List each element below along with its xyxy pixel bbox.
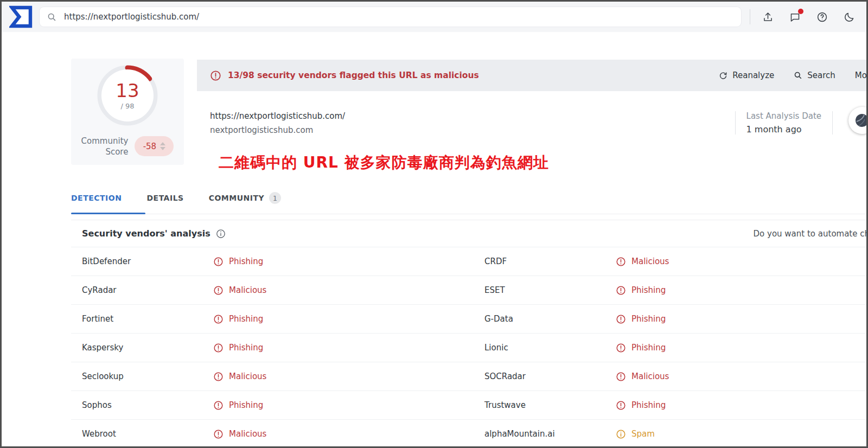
alert-icon <box>616 285 626 296</box>
vendor-row: ESETPhishing <box>469 276 866 304</box>
divider <box>735 111 736 135</box>
vendor-name: ESET <box>484 285 616 295</box>
vendor-row: SeclookupMalicious <box>71 362 469 391</box>
search-icon <box>47 12 56 22</box>
last-analysis-value: 1 month ago <box>746 124 821 135</box>
vendor-name: Sophos <box>82 400 213 410</box>
vendor-result-label: Malicious <box>229 429 266 439</box>
vendor-name: Seclookup <box>82 372 213 381</box>
globe-badge-icon[interactable] <box>848 107 868 134</box>
vendor-row: KasperskyPhishing <box>71 333 469 362</box>
info-icon <box>616 429 626 439</box>
help-icon[interactable] <box>815 10 828 23</box>
analyzed-url[interactable]: https://nextportlogisticshub.com/ <box>210 111 345 121</box>
more-button[interactable]: More <box>855 71 868 80</box>
tab-detection[interactable]: DETECTION <box>71 184 122 214</box>
detections-count: 13 <box>116 81 139 100</box>
tab-label: DETECTION <box>71 194 122 202</box>
vendor-name: Lionic <box>484 343 616 353</box>
alert-icon <box>210 70 221 81</box>
report-tabs: DETECTIONDETAILSCOMMUNITY1 <box>71 184 866 214</box>
alert-icon <box>213 429 224 439</box>
alert-icon <box>213 343 224 353</box>
vendor-result-label: Phishing <box>631 314 666 324</box>
alert-icon <box>213 285 224 296</box>
report-page: 13 / 98 Community Score -58 <box>2 32 866 448</box>
refresh-icon <box>719 71 727 80</box>
vendor-result: Phishing <box>616 400 666 411</box>
detections-total: / 98 <box>120 102 134 110</box>
url-info: https://nextportlogisticshub.com/ nextpo… <box>210 111 345 135</box>
tab-label: DETAILS <box>146 194 183 202</box>
vendor-name: Trustwave <box>484 400 616 410</box>
vendor-result-label: Malicious <box>229 372 266 381</box>
notification-dot <box>798 9 803 14</box>
vendor-result-label: Phishing <box>229 400 263 410</box>
last-analysis-label: Last Analysis Date <box>746 111 821 121</box>
vendor-result-label: Malicious <box>631 372 669 381</box>
analyzed-domain[interactable]: nextportlogisticshub.com <box>210 125 345 135</box>
feedback-icon[interactable] <box>788 10 801 23</box>
tab-details[interactable]: DETAILS <box>146 184 183 214</box>
banner-message: 13/98 security vendors flagged this URL … <box>228 71 479 80</box>
topbar-divider <box>750 9 750 24</box>
last-analysis-date: Last Analysis Date 1 month ago <box>735 111 833 135</box>
vendor-row: CyRadarMalicious <box>71 276 469 304</box>
section-title: Security vendors' analysis <box>82 228 210 239</box>
alert-icon <box>616 343 626 353</box>
vendor-result-label: Malicious <box>631 257 669 266</box>
divider <box>832 111 833 135</box>
community-score-value: -58 <box>143 142 157 151</box>
url-search-bar[interactable] <box>40 7 741 27</box>
vendor-result: Malicious <box>616 257 669 267</box>
vendor-name: CRDF <box>484 257 616 266</box>
vendor-name: SOCRadar <box>484 372 616 381</box>
alert-icon <box>213 257 224 267</box>
alert-icon <box>616 314 626 324</box>
vendor-result: Phishing <box>616 314 666 324</box>
vendor-name: Kaspersky <box>82 343 213 353</box>
upload-icon[interactable] <box>761 10 774 23</box>
vendor-row: FortinetPhishing <box>71 304 469 333</box>
vendor-result: Malicious <box>616 372 669 382</box>
tab-label: COMMUNITY <box>209 194 265 202</box>
downvote-icon[interactable] <box>160 147 165 150</box>
search-button[interactable]: Search <box>794 71 835 80</box>
vendors-table: BitDefenderPhishingCRDFMaliciousCyRadarM… <box>71 247 866 448</box>
security-vendors-section: Security vendors' analysis Do you want t… <box>71 220 866 448</box>
vendor-result-label: Phishing <box>229 343 263 353</box>
vendor-result: Malicious <box>213 285 266 296</box>
vendor-result-label: Phishing <box>229 257 263 266</box>
alert-icon <box>213 372 224 382</box>
vendor-result-label: Spam <box>631 429 655 439</box>
vendor-result-label: Phishing <box>229 314 263 324</box>
tab-community[interactable]: COMMUNITY1 <box>209 184 282 214</box>
vendor-result: Malicious <box>213 372 266 382</box>
vendor-name: G-Data <box>484 314 616 324</box>
automate-checks-link[interactable]: Do you want to automate ch <box>754 229 868 239</box>
virustotal-logo-icon[interactable] <box>9 5 33 29</box>
vendor-result-label: Phishing <box>631 400 666 410</box>
vendor-row: SOCRadarMalicious <box>469 362 866 391</box>
browser-window: 13 / 98 Community Score -58 <box>0 0 868 448</box>
vendor-name: alphaMountain.ai <box>484 429 616 439</box>
reanalyze-button[interactable]: Reanalyze <box>719 71 774 80</box>
vendor-row: TrustwavePhishing <box>469 391 866 419</box>
top-bar <box>2 2 866 32</box>
vendor-result: Phishing <box>213 314 263 324</box>
vendor-name: Fortinet <box>82 314 213 324</box>
vendor-row: BitDefenderPhishing <box>71 247 469 276</box>
dark-mode-toggle-icon[interactable] <box>843 10 856 23</box>
alert-icon <box>213 314 224 324</box>
vendor-result: Spam <box>616 429 655 439</box>
vendor-row: G-DataPhishing <box>469 304 866 333</box>
search-icon <box>794 71 802 80</box>
info-icon[interactable] <box>216 229 226 239</box>
tab-badge: 1 <box>269 192 281 204</box>
community-score-pill: -58 <box>135 136 174 156</box>
upvote-icon[interactable] <box>160 142 165 145</box>
search-input[interactable] <box>64 12 733 22</box>
vendor-result-label: Malicious <box>229 285 266 295</box>
alert-icon <box>213 400 224 411</box>
vendor-name: CyRadar <box>82 285 213 295</box>
